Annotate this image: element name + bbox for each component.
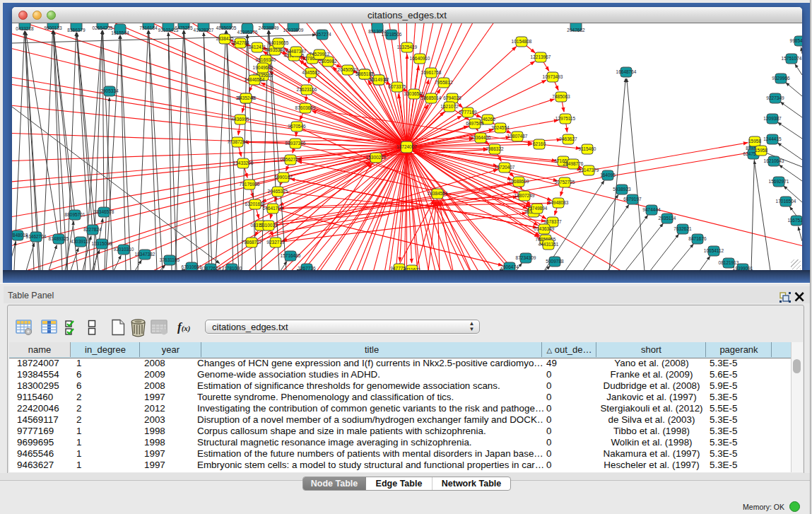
svg-text:13433200: 13433200 xyxy=(233,160,254,165)
svg-text:6990162: 6990162 xyxy=(274,175,293,180)
svg-text:9227349: 9227349 xyxy=(766,95,784,100)
svg-text:17016504: 17016504 xyxy=(776,199,796,204)
svg-text:43487347: 43487347 xyxy=(286,49,307,54)
svg-text:15716485: 15716485 xyxy=(281,253,301,258)
svg-text:16640910: 16640910 xyxy=(410,56,430,61)
svg-text:81489325: 81489325 xyxy=(49,236,69,241)
svg-text:43039117: 43039117 xyxy=(71,239,91,244)
svg-text:9329966: 9329966 xyxy=(772,76,790,81)
svg-text:10688609: 10688609 xyxy=(509,179,529,184)
svg-text:9777169: 9777169 xyxy=(459,110,477,115)
svg-text:23623166: 23623166 xyxy=(297,87,317,92)
svg-text:16210643: 16210643 xyxy=(764,158,784,163)
svg-text:41928327: 41928327 xyxy=(194,28,214,33)
svg-text:5865185: 5865185 xyxy=(355,71,374,76)
svg-text:9314919: 9314919 xyxy=(370,77,388,82)
svg-text:37631165: 37631165 xyxy=(160,257,180,262)
svg-text:01436349: 01436349 xyxy=(534,226,555,231)
svg-text:15958: 15958 xyxy=(755,148,767,153)
svg-text:51462704: 51462704 xyxy=(26,234,47,239)
svg-text:88937346: 88937346 xyxy=(286,141,306,146)
svg-text:06562729: 06562729 xyxy=(281,157,301,162)
svg-text:18807249: 18807249 xyxy=(514,193,535,198)
svg-text:13315098: 13315098 xyxy=(92,241,112,246)
svg-text:62160: 62160 xyxy=(533,141,546,146)
svg-text:6794028: 6794028 xyxy=(443,95,461,100)
svg-text:7955812: 7955812 xyxy=(435,80,453,85)
svg-text:02654235: 02654235 xyxy=(93,25,113,30)
svg-text:94019655: 94019655 xyxy=(269,40,289,45)
svg-text:33749894: 33749894 xyxy=(527,206,548,211)
svg-text:10154808: 10154808 xyxy=(512,39,532,44)
svg-text:8386379: 8386379 xyxy=(67,28,86,33)
svg-text:1244415: 1244415 xyxy=(763,136,782,141)
svg-text:58685014: 58685014 xyxy=(421,95,442,100)
svg-text:99854353: 99854353 xyxy=(790,38,802,43)
svg-text:0433218: 0433218 xyxy=(16,26,34,31)
svg-text:7357274: 7357274 xyxy=(313,32,331,37)
svg-text:48350305: 48350305 xyxy=(216,25,237,30)
svg-text:19218506: 19218506 xyxy=(382,32,402,37)
svg-text:15751074: 15751074 xyxy=(782,56,802,61)
svg-text:64641708: 64641708 xyxy=(263,206,283,211)
svg-text:15720407: 15720407 xyxy=(495,165,515,170)
svg-text:88095701: 88095701 xyxy=(65,212,86,217)
svg-text:10654112: 10654112 xyxy=(704,248,724,253)
svg-text:9600133: 9600133 xyxy=(44,25,62,30)
svg-text:87234309: 87234309 xyxy=(516,255,536,260)
svg-text:2905334: 2905334 xyxy=(100,88,119,93)
svg-text:9115460: 9115460 xyxy=(579,146,596,151)
svg-text:16648764: 16648764 xyxy=(616,69,637,74)
svg-text:8471676: 8471676 xyxy=(688,236,707,241)
svg-text:1209387: 1209387 xyxy=(763,116,782,121)
svg-text:6879197: 6879197 xyxy=(623,197,642,201)
svg-text:9232719: 9232719 xyxy=(266,240,285,245)
svg-text:08121913: 08121913 xyxy=(719,260,739,265)
svg-text:9670546: 9670546 xyxy=(288,124,306,129)
svg-text:77387214: 77387214 xyxy=(228,139,248,144)
svg-text:12975115: 12975115 xyxy=(555,116,576,121)
svg-text:28498776: 28498776 xyxy=(563,161,584,166)
svg-text:6497508: 6497508 xyxy=(466,121,484,126)
svg-text:93010310: 93010310 xyxy=(114,247,134,252)
svg-text:24238849: 24238849 xyxy=(259,25,279,30)
svg-text:4345581: 4345581 xyxy=(302,70,320,75)
svg-text:38346578: 38346578 xyxy=(94,209,114,214)
svg-text:3542784: 3542784 xyxy=(231,40,249,45)
svg-text:79176936: 79176936 xyxy=(240,182,260,187)
svg-text:7485063: 7485063 xyxy=(552,94,570,99)
svg-text:44431351: 44431351 xyxy=(539,242,559,247)
svg-text:7816184: 7816184 xyxy=(139,25,158,30)
svg-text:9463627: 9463627 xyxy=(559,136,577,141)
svg-text:6073375: 6073375 xyxy=(388,84,406,89)
svg-text:15692971: 15692971 xyxy=(769,179,789,184)
svg-text:3678377: 3678377 xyxy=(543,219,562,224)
svg-text:5938923: 5938923 xyxy=(613,187,631,192)
svg-text:10973493: 10973493 xyxy=(543,74,563,79)
svg-text:53147379: 53147379 xyxy=(579,168,599,173)
svg-text:19384554: 19384554 xyxy=(428,191,448,196)
svg-text:50752735: 50752735 xyxy=(555,180,575,185)
svg-text:14846564: 14846564 xyxy=(245,77,265,82)
svg-text:15300275: 15300275 xyxy=(366,155,387,160)
svg-text:2606474: 2606474 xyxy=(500,264,519,269)
svg-text:98169340: 98169340 xyxy=(256,57,276,62)
svg-text:1621072: 1621072 xyxy=(440,104,459,109)
svg-text:54948083: 54948083 xyxy=(548,200,569,205)
svg-text:164095: 164095 xyxy=(600,173,616,177)
svg-text:5310033: 5310033 xyxy=(259,223,278,228)
svg-text:8227824: 8227824 xyxy=(83,227,102,232)
svg-text:41395376: 41395376 xyxy=(237,30,258,35)
svg-text:16033809: 16033809 xyxy=(283,28,304,33)
svg-text:20364436: 20364436 xyxy=(471,135,491,140)
svg-text:67010651: 67010651 xyxy=(182,264,202,269)
svg-text:20465375: 20465375 xyxy=(268,189,288,194)
svg-text:12213967: 12213967 xyxy=(531,54,551,59)
svg-text:18724007: 18724007 xyxy=(396,144,417,149)
svg-text:2047682: 2047682 xyxy=(567,28,585,33)
svg-text:87603669: 87603669 xyxy=(295,105,316,110)
svg-text:3435240: 3435240 xyxy=(237,95,255,100)
svg-text:11325419: 11325419 xyxy=(397,45,418,49)
svg-text:7632621: 7632621 xyxy=(673,226,692,231)
svg-text:1615594: 1615594 xyxy=(111,30,129,35)
